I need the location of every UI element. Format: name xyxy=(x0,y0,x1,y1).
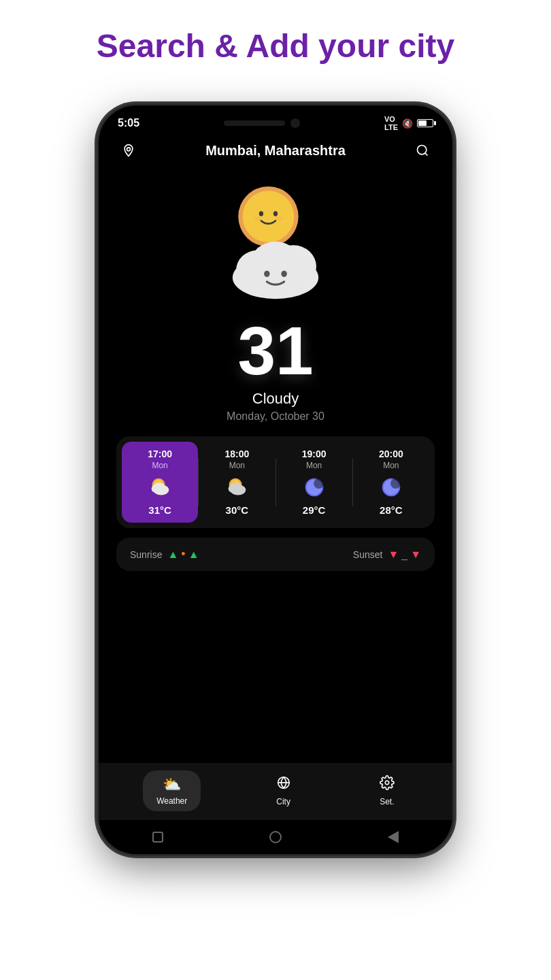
city-tab-icon xyxy=(276,775,291,794)
svg-point-0 xyxy=(127,148,131,151)
hour-day-3: Mon xyxy=(306,461,322,470)
settings-tab-label: Set. xyxy=(380,797,394,806)
hour-temp-3: 29°C xyxy=(303,504,326,516)
hour-day-2: Mon xyxy=(229,461,245,470)
svg-point-3 xyxy=(243,191,295,242)
phone-screen: 5:05 VOLTE 🔇 Mumbai, Maharashtra xyxy=(99,105,452,854)
status-icons: VOLTE 🔇 xyxy=(384,115,433,131)
svg-point-29 xyxy=(390,478,401,489)
svg-point-11 xyxy=(250,242,301,284)
page-title: Search & Add your city xyxy=(69,27,482,65)
location-icon[interactable] xyxy=(118,140,139,161)
svg-point-23 xyxy=(231,483,242,491)
sunset-dot: _ xyxy=(401,549,407,561)
sunrise-label: Sunrise xyxy=(130,549,162,560)
sunrise-dot: • xyxy=(181,547,185,561)
hour-time-2: 18:00 xyxy=(224,448,249,459)
svg-point-4 xyxy=(259,211,263,216)
hour-temp-2: 30°C xyxy=(226,504,249,516)
temperature-display: 31 xyxy=(237,316,313,385)
hour-time-3: 19:00 xyxy=(302,448,327,459)
svg-point-12 xyxy=(264,271,269,277)
hour-card-2[interactable]: 18:00 Mon 30°C xyxy=(199,442,275,523)
android-nav xyxy=(99,820,452,854)
status-time: 5:05 xyxy=(118,117,139,129)
hour-time-1: 17:00 xyxy=(148,448,172,459)
tab-city[interactable]: City xyxy=(263,770,305,812)
status-notch xyxy=(224,118,300,128)
weather-date: Monday, October 30 xyxy=(227,410,324,423)
search-icon[interactable] xyxy=(412,140,433,161)
weather-icon xyxy=(201,174,350,310)
svg-point-26 xyxy=(314,478,324,489)
notch-camera xyxy=(290,118,300,128)
tab-weather[interactable]: ⛅ Weather xyxy=(143,770,201,811)
bottom-nav: ⛅ Weather City xyxy=(99,763,452,820)
sunset-arrows: ▼ _ ▼ xyxy=(388,549,421,561)
weather-tab-icon: ⛅ xyxy=(163,776,181,794)
hour-temp-1: 31°C xyxy=(148,504,171,516)
city-tab-label: City xyxy=(276,797,290,806)
svg-point-5 xyxy=(273,211,278,216)
sunrise-up-arrow: ▲ xyxy=(167,549,178,561)
android-recent-btn[interactable] xyxy=(150,830,165,845)
weather-condition: Cloudy xyxy=(252,390,299,408)
svg-point-6 xyxy=(254,216,261,220)
sunrise-arrows: ▲ • ▲ xyxy=(167,547,199,561)
svg-point-18 xyxy=(154,483,165,491)
hour-time-4: 20:00 xyxy=(379,448,403,459)
notch-bar xyxy=(224,120,285,126)
hour-card-1[interactable]: 17:00 Mon 31°C xyxy=(122,442,198,523)
status-bar: 5:05 VOLTE 🔇 xyxy=(99,105,452,131)
svg-point-13 xyxy=(281,271,286,277)
hour-card-4[interactable]: 20:00 Mon 28°C xyxy=(353,442,429,523)
hour-temp-4: 28°C xyxy=(380,504,403,516)
svg-point-31 xyxy=(385,781,389,785)
sunrise-sunset-section: Sunrise ▲ • ▲ Sunset ▼ _ ▼ xyxy=(116,538,435,571)
tab-settings[interactable]: Set. xyxy=(366,770,408,812)
phone-shell: 5:05 VOLTE 🔇 Mumbai, Maharashtra xyxy=(99,105,452,854)
sunrise-info: Sunrise ▲ • ▲ xyxy=(130,547,199,561)
hour-day-4: Mon xyxy=(383,461,399,470)
android-home-btn[interactable] xyxy=(268,830,283,845)
hour-day-1: Mon xyxy=(152,461,167,470)
mute-icon: 🔇 xyxy=(402,118,413,129)
android-back-btn[interactable] xyxy=(386,830,401,845)
hourly-forecast: 17:00 Mon 31°C 18:00 Mon xyxy=(116,436,435,528)
sunset-down-arrow2: ▼ xyxy=(410,549,421,561)
sunset-label: Sunset xyxy=(353,549,383,560)
sunset-info: Sunset ▼ _ ▼ xyxy=(353,549,421,561)
sunset-down-arrow: ▼ xyxy=(388,549,399,561)
vo-lte-icon: VOLTE xyxy=(384,115,398,131)
top-nav: Mumbai, Maharashtra xyxy=(99,131,452,167)
svg-point-1 xyxy=(417,146,426,154)
sunrise-up-arrow2: ▲ xyxy=(188,549,199,561)
settings-tab-icon xyxy=(380,775,395,794)
weather-tab-label: Weather xyxy=(156,796,187,806)
city-name: Mumbai, Maharashtra xyxy=(205,143,346,159)
svg-point-7 xyxy=(276,216,283,220)
hour-card-3[interactable]: 19:00 Mon 29°C xyxy=(276,442,352,523)
main-content: 31 Cloudy Monday, October 30 17:00 Mon xyxy=(99,167,452,763)
battery-icon xyxy=(417,119,433,127)
